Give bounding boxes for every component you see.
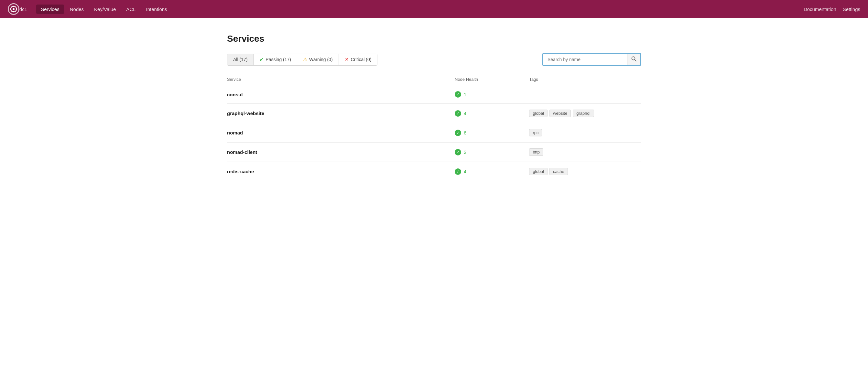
filter-critical-label: Critical (0) — [351, 57, 372, 62]
filter-bar: All (17) ✔ Passing (17) ⚠ Warning (0) ✕ … — [227, 53, 641, 66]
tag: global — [529, 109, 548, 117]
filter-warning[interactable]: ⚠ Warning (0) — [297, 54, 339, 65]
service-name: graphql-website — [227, 110, 264, 116]
tag: rpc — [529, 129, 542, 136]
main-content: Services All (17) ✔ Passing (17) ⚠ Warni… — [208, 18, 660, 197]
tag: cache — [550, 168, 568, 175]
nav-items: Services Nodes Key/Value ACL Intentions — [36, 4, 804, 14]
health-check-icon: ✓ — [455, 168, 461, 175]
nav-services[interactable]: Services — [36, 4, 64, 14]
tags-cell: globalwebsitegraphql — [529, 109, 641, 117]
filter-warning-label: Warning (0) — [309, 57, 333, 62]
health-count: 4 — [464, 110, 466, 116]
navigation: dc1 Services Nodes Key/Value ACL Intenti… — [0, 0, 868, 18]
service-name: nomad-client — [227, 149, 257, 155]
services-table: Service Node Health Tags consul✓1graphql… — [227, 74, 641, 181]
filter-passing-label: Passing (17) — [266, 57, 291, 62]
svg-line-7 — [635, 60, 637, 61]
settings-link[interactable]: Settings — [843, 6, 860, 12]
filter-critical[interactable]: ✕ Critical (0) — [339, 54, 377, 65]
table-row[interactable]: redis-cache✓4globalcache — [227, 162, 641, 181]
page-title: Services — [227, 34, 641, 44]
tag: graphql — [573, 109, 594, 117]
dc-label: dc1 — [20, 6, 27, 12]
filter-all-label: All (17) — [233, 57, 247, 62]
filter-passing[interactable]: ✔ Passing (17) — [253, 54, 297, 65]
search-icon — [631, 56, 637, 61]
health-cell: ✓6 — [455, 130, 529, 136]
health-check-icon: ✓ — [455, 149, 461, 156]
health-check-icon: ✓ — [455, 91, 461, 98]
tag: global — [529, 168, 548, 175]
tag: website — [550, 109, 571, 117]
tag: http — [529, 148, 543, 156]
filter-tabs: All (17) ✔ Passing (17) ⚠ Warning (0) ✕ … — [227, 54, 377, 66]
tags-cell: http — [529, 148, 641, 156]
tags-cell: rpc — [529, 129, 641, 136]
search-container — [542, 53, 641, 66]
health-check-icon: ✓ — [455, 110, 461, 117]
filter-all[interactable]: All (17) — [227, 54, 253, 65]
health-count: 6 — [464, 130, 466, 135]
col-service-header: Service — [227, 74, 455, 85]
col-tags-header: Tags — [529, 74, 641, 85]
tags-cell: globalcache — [529, 168, 641, 175]
warning-icon: ⚠ — [303, 57, 307, 62]
health-check-icon: ✓ — [455, 130, 461, 136]
search-input[interactable] — [543, 54, 627, 65]
health-cell: ✓2 — [455, 149, 529, 156]
table-row[interactable]: nomad✓6rpc — [227, 123, 641, 142]
service-name: redis-cache — [227, 169, 254, 174]
search-button[interactable] — [627, 54, 640, 65]
col-health-header: Node Health — [455, 74, 529, 85]
passing-icon: ✔ — [259, 57, 264, 63]
nav-acl[interactable]: ACL — [122, 4, 140, 14]
health-count: 1 — [464, 92, 466, 97]
nav-intentions[interactable]: Intentions — [142, 4, 172, 14]
health-cell: ✓1 — [455, 91, 529, 98]
critical-icon: ✕ — [345, 57, 349, 62]
svg-point-1 — [12, 8, 14, 10]
logo[interactable]: dc1 — [8, 3, 28, 15]
nav-keyvalue[interactable]: Key/Value — [90, 4, 120, 14]
service-name: consul — [227, 92, 243, 97]
nav-right: Documentation Settings — [804, 6, 860, 12]
service-name: nomad — [227, 130, 243, 135]
health-cell: ✓4 — [455, 110, 529, 117]
health-cell: ✓4 — [455, 168, 529, 175]
table-row[interactable]: nomad-client✓2http — [227, 142, 641, 162]
health-count: 4 — [464, 169, 466, 174]
nav-nodes[interactable]: Nodes — [65, 4, 88, 14]
logo-icon — [8, 3, 20, 15]
table-row[interactable]: consul✓1 — [227, 85, 641, 104]
table-row[interactable]: graphql-website✓4globalwebsitegraphql — [227, 104, 641, 123]
health-count: 2 — [464, 149, 466, 155]
documentation-link[interactable]: Documentation — [804, 6, 836, 12]
